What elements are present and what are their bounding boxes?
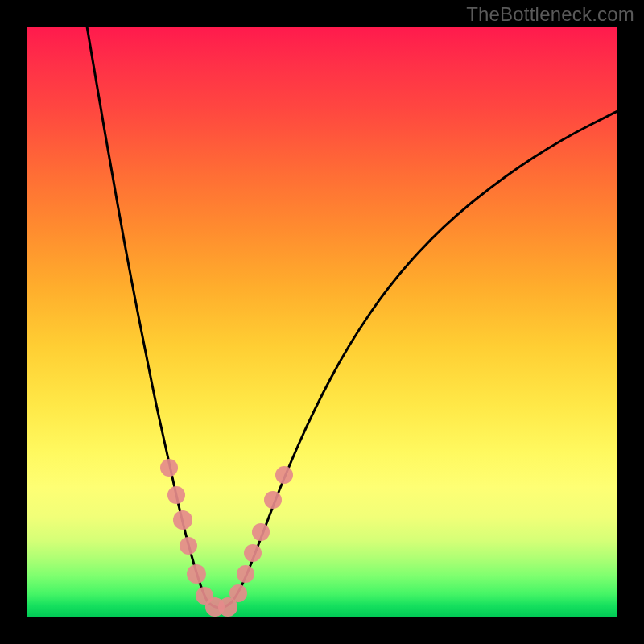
marker-dot bbox=[237, 565, 254, 583]
chart-frame: TheBottleneck.com bbox=[0, 0, 644, 644]
marker-dot bbox=[252, 523, 270, 541]
marker-dot bbox=[187, 564, 206, 584]
marker-dot bbox=[275, 466, 293, 484]
marker-dot bbox=[264, 491, 282, 509]
bottleneck-path bbox=[87, 27, 617, 608]
marker-dot bbox=[244, 544, 262, 562]
marker-dot bbox=[173, 510, 192, 530]
marker-dot bbox=[160, 459, 178, 477]
marker-dot bbox=[180, 537, 197, 555]
marker-dot bbox=[167, 486, 185, 504]
watermark-label: TheBottleneck.com bbox=[466, 3, 634, 26]
curve-markers bbox=[160, 459, 293, 617]
bottleneck-curve bbox=[87, 27, 617, 608]
plot-area bbox=[27, 27, 617, 617]
marker-dot bbox=[229, 584, 247, 602]
curve-layer bbox=[27, 27, 617, 617]
